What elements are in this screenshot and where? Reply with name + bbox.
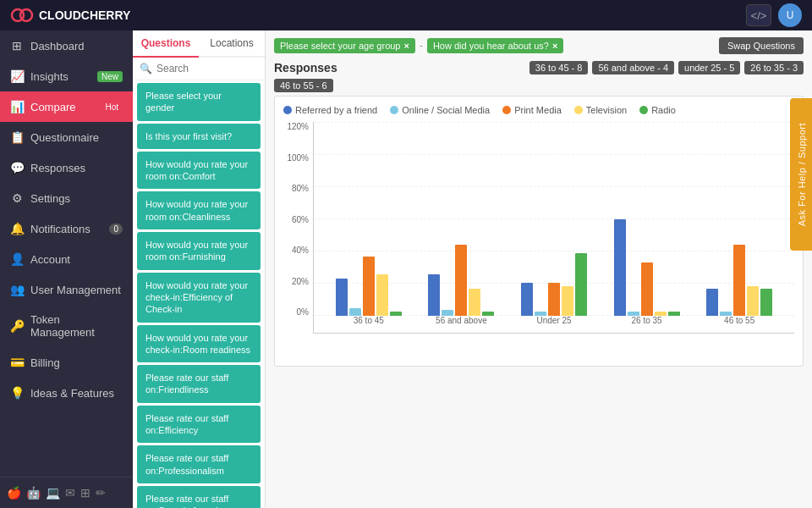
- right-panel: Please select your age group × - How did…: [266, 30, 812, 508]
- sidebar-item-questionnaire[interactable]: 📋 Questionnaire: [0, 122, 133, 152]
- sidebar-item-ideas-features[interactable]: 💡 Ideas & Features: [0, 378, 133, 408]
- responses-title: Responses: [274, 61, 337, 75]
- sidebar-item-responses[interactable]: 💬 Responses: [0, 152, 133, 183]
- y-axis: 120% 100% 80% 60% 40% 20% 0%: [283, 122, 313, 334]
- bar: [575, 253, 587, 316]
- ideas-icon: 💡: [10, 386, 24, 400]
- email-icon[interactable]: ✉: [65, 486, 75, 500]
- topbar-right: </> U: [746, 3, 802, 27]
- question-item[interactable]: How would you rate your room on:Furnishi…: [137, 232, 261, 270]
- filter-age-close[interactable]: ×: [403, 41, 409, 51]
- billing-icon: 💳: [10, 356, 24, 369]
- question-item[interactable]: Please rate our staff on:Efficiency: [137, 406, 261, 444]
- sidebar-label-responses: Responses: [30, 162, 85, 174]
- question-item[interactable]: How would you rate your check-in:Efficie…: [137, 273, 261, 323]
- y-label: 40%: [283, 246, 309, 255]
- sub-tag-26-35: 26 to 35 - 3: [744, 61, 804, 75]
- legend-tv: Television: [574, 105, 627, 115]
- sidebar-bottom-icons: 🍎 🤖 💻 ✉ ⊞ ✏: [0, 477, 133, 508]
- desktop-icon[interactable]: 💻: [46, 486, 60, 500]
- legend-label-radio: Radio: [651, 105, 676, 115]
- question-item[interactable]: How would you rate your room on:Cleanlin…: [137, 191, 261, 229]
- chart-area: 120% 100% 80% 60% 40% 20% 0%: [283, 122, 794, 334]
- code-button[interactable]: </>: [746, 4, 771, 26]
- tab-locations-label: Locations: [210, 37, 253, 49]
- question-item[interactable]: Please rate our staff on:Professionalism: [137, 445, 261, 483]
- app-name: CLOUDCHERRY: [39, 8, 130, 22]
- sub-tag-36-45: 36 to 45 - 8: [529, 61, 589, 75]
- sidebar-label-compare: Compare: [30, 101, 75, 113]
- sub-tag-under-25: under 25 - 5: [678, 61, 740, 75]
- sidebar-item-dashboard[interactable]: ⊞ Dashboard: [0, 30, 133, 61]
- legend-label-tv: Television: [586, 105, 627, 115]
- question-item[interactable]: How would you rate your room on:Comfort: [137, 152, 261, 190]
- tab-questions[interactable]: Questions: [133, 30, 199, 58]
- legend-dot-radio: [639, 106, 648, 114]
- x-label: Under 25: [520, 316, 588, 333]
- sidebar-item-token-management[interactable]: 🔑 Token Management: [0, 305, 133, 347]
- swap-questions-button[interactable]: Swap Questions: [719, 37, 804, 54]
- bar: [733, 245, 745, 316]
- app-logo: CLOUDCHERRY: [10, 3, 130, 27]
- svg-point-1: [20, 9, 32, 21]
- bar-group: [614, 219, 680, 316]
- sidebar-item-billing[interactable]: 💳 Billing: [0, 347, 133, 378]
- sidebar-label-settings: Settings: [30, 192, 70, 205]
- responses-icon: 💬: [10, 161, 24, 174]
- sidebar-label-token-management: Token Management: [30, 313, 123, 339]
- filter-bar: Please select your age group × - How did…: [266, 30, 812, 61]
- account-icon: 👤: [10, 252, 24, 266]
- sidebar-item-user-management[interactable]: 👥 User Management: [0, 274, 133, 305]
- tab-locations[interactable]: Locations: [199, 30, 265, 58]
- notifications-icon: 🔔: [10, 222, 24, 235]
- question-item[interactable]: Please rate our staff on:Speed of servic…: [137, 486, 261, 508]
- bar: [336, 279, 348, 316]
- edit-icon[interactable]: ✏: [96, 486, 106, 500]
- bar: [760, 289, 772, 316]
- sidebar-item-insights[interactable]: 📈 Insights New: [0, 61, 133, 91]
- user-management-icon: 👥: [10, 283, 24, 296]
- responses-section: Responses 36 to 45 - 8 56 and above - 4 …: [266, 61, 812, 508]
- sub-tags: 36 to 45 - 8 56 and above - 4 under 25 -…: [529, 61, 804, 75]
- bar: [469, 289, 480, 316]
- sidebar-label-user-management: User Management: [30, 284, 121, 296]
- search-input[interactable]: [156, 63, 258, 75]
- notifications-badge: 0: [109, 224, 123, 235]
- tab-questions-label: Questions: [141, 37, 191, 49]
- legend-online: Online / Social Media: [390, 105, 490, 115]
- bar: [521, 283, 533, 316]
- middle-panel: Questions Locations 🔍 Please select your…: [133, 30, 266, 508]
- y-label: 0%: [283, 307, 309, 317]
- apple-icon[interactable]: 🍎: [7, 486, 21, 500]
- help-sidebar[interactable]: Ask For Help / Support: [790, 98, 812, 251]
- legend-referred: Referred by a friend: [283, 105, 377, 115]
- legend-label-online: Online / Social Media: [402, 105, 490, 115]
- legend-dot-print: [502, 106, 511, 114]
- android-icon[interactable]: 🤖: [26, 486, 41, 500]
- filter-age-group[interactable]: Please select your age group ×: [274, 38, 415, 53]
- question-list: Please select your gender Is this your f…: [133, 80, 265, 508]
- filter-how-heard-close[interactable]: ×: [552, 41, 557, 51]
- bar: [363, 257, 375, 316]
- bar-group: [428, 245, 494, 316]
- bar: [548, 283, 560, 316]
- questionnaire-icon: 📋: [10, 130, 24, 144]
- settings-icon: ⚙: [10, 191, 24, 205]
- y-label: 20%: [283, 277, 309, 286]
- question-item[interactable]: Please select your gender: [137, 83, 261, 121]
- question-item[interactable]: Is this your first visit?: [137, 124, 261, 149]
- sidebar-label-billing: Billing: [30, 356, 60, 369]
- user-avatar[interactable]: U: [778, 3, 802, 27]
- bar: [562, 286, 573, 316]
- bar: [349, 308, 361, 316]
- question-item[interactable]: How would you rate your check-in:Room re…: [137, 325, 261, 363]
- sidebar-item-notifications[interactable]: 🔔 Notifications 0: [0, 213, 133, 244]
- sidebar-item-account[interactable]: 👤 Account: [0, 244, 133, 274]
- question-item[interactable]: Please rate our staff on:Friendliness: [137, 365, 261, 403]
- bars-area: [314, 122, 794, 316]
- sidebar-item-compare[interactable]: 📊 Compare Hot: [0, 91, 133, 122]
- filter-how-heard[interactable]: How did you hear about us? ×: [427, 38, 563, 53]
- topbar: CLOUDCHERRY </> U: [0, 0, 812, 30]
- sidebar-item-settings[interactable]: ⚙ Settings: [0, 183, 133, 213]
- grid-icon[interactable]: ⊞: [80, 486, 91, 500]
